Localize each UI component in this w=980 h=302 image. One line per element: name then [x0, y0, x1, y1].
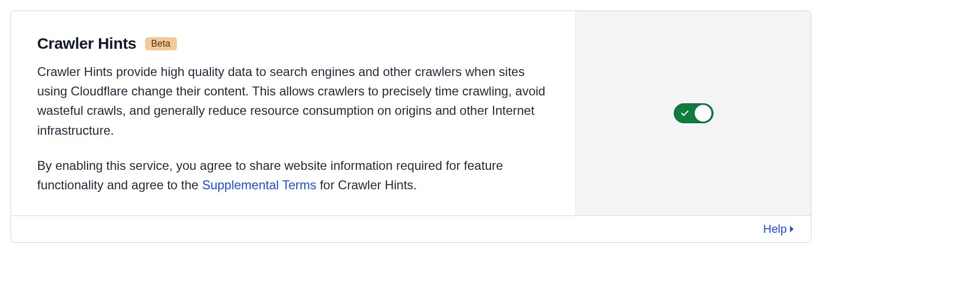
help-link[interactable]: Help: [763, 222, 795, 236]
card-footer: Help: [11, 215, 811, 242]
desc2-post: for Crawler Hints.: [316, 178, 417, 192]
crawler-hints-toggle[interactable]: [674, 103, 714, 123]
settings-card: Crawler Hints Beta Crawler Hints provide…: [10, 10, 811, 243]
beta-badge: Beta: [145, 37, 177, 50]
supplemental-terms-link[interactable]: Supplemental Terms: [202, 178, 316, 192]
card-description-1: Crawler Hints provide high quality data …: [37, 62, 549, 140]
card-title: Crawler Hints: [37, 35, 137, 52]
toggle-knob: [695, 105, 711, 122]
check-icon: [681, 109, 689, 117]
help-label: Help: [763, 222, 787, 236]
card-description-2: By enabling this service, you agree to s…: [37, 156, 549, 195]
chevron-right-icon: [789, 225, 795, 233]
card-control-panel: [575, 11, 811, 215]
card-content: Crawler Hints Beta Crawler Hints provide…: [11, 11, 575, 215]
card-body: Crawler Hints Beta Crawler Hints provide…: [11, 11, 811, 215]
title-row: Crawler Hints Beta: [37, 35, 549, 52]
